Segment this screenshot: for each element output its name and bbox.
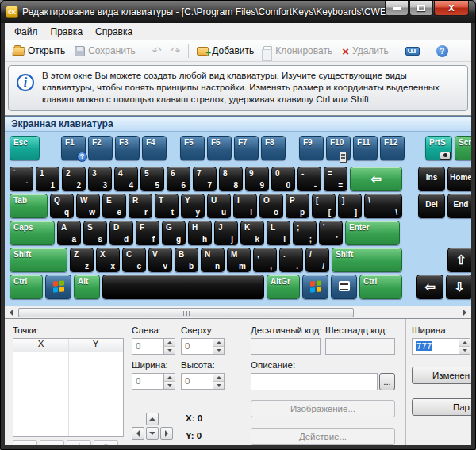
menu-edit[interactable]: Правка [44, 25, 90, 39]
key-backslash[interactable]: \\ [364, 194, 402, 218]
key-quote[interactable]: '' [319, 221, 343, 245]
key-f6[interactable]: F6 [207, 136, 232, 160]
description-input[interactable] [251, 373, 378, 390]
key-win-right[interactable] [302, 275, 328, 299]
key-f12[interactable]: F12 [380, 136, 405, 160]
delete-button[interactable]: × Удалить [337, 43, 393, 60]
key-s[interactable]: Ss [83, 221, 107, 245]
redo-button[interactable]: ↷ [167, 43, 186, 59]
key-ctrl-right[interactable]: Ctrl [359, 275, 402, 299]
left-input[interactable]: 0 [132, 338, 175, 355]
key-x[interactable]: Xx [96, 248, 120, 272]
point-line-button[interactable]: — [40, 440, 64, 445]
scrollbar-thumb[interactable] [18, 308, 354, 317]
key-r[interactable]: Rr [129, 194, 152, 218]
key-o[interactable]: Oo [259, 194, 283, 218]
key-9[interactable]: 99 [245, 167, 269, 191]
key-f9[interactable]: F9 [299, 136, 324, 160]
key-bracket-left[interactable]: [[ [312, 194, 336, 218]
key-g[interactable]: Gg [162, 221, 186, 245]
keyboard-view-button[interactable] [401, 44, 424, 58]
points-table[interactable]: X Y [13, 338, 124, 437]
key-6[interactable]: 66 [167, 167, 190, 191]
left-spinner[interactable] [163, 339, 175, 354]
width-input[interactable]: 0 [132, 373, 175, 390]
key-caps[interactable]: Caps [10, 221, 55, 245]
action-button[interactable]: Действие... [251, 428, 395, 445]
nudge-down-button[interactable] [146, 427, 159, 440]
key-arrow-down[interactable]: ⇩ [446, 275, 471, 299]
key-l[interactable]: Ll [267, 221, 290, 245]
undo-button[interactable]: ↶ [148, 43, 167, 59]
key-f1[interactable]: F1? [61, 136, 86, 160]
key-t[interactable]: Tt [155, 194, 178, 218]
key-alt[interactable]: Alt [74, 275, 100, 299]
key-1[interactable]: 11 [36, 167, 60, 191]
nudge-up-button[interactable] [146, 413, 159, 425]
key-f10[interactable]: F10 [326, 136, 351, 160]
key-backspace[interactable]: ⇦ [350, 167, 402, 191]
key-f4[interactable]: F4 [142, 136, 167, 160]
key-delete[interactable]: Del [418, 194, 445, 218]
keyboard-width-input[interactable]: 777 [412, 338, 470, 355]
width-spinner[interactable] [163, 374, 175, 389]
key-w[interactable]: Ww [76, 194, 100, 218]
point-curve-button[interactable]: / [67, 440, 91, 445]
key-a[interactable]: Aa [57, 221, 81, 245]
key-q[interactable]: Qq [50, 194, 74, 218]
key-f8[interactable]: F8 [261, 136, 286, 160]
key-tab[interactable]: Tab [10, 194, 48, 218]
keyboard-width-spinner[interactable] [459, 339, 470, 354]
key-h[interactable]: Hh [188, 221, 212, 245]
maximize-button[interactable] [409, 1, 433, 16]
key-y[interactable]: Yy [181, 194, 205, 218]
key-f5[interactable]: F5 [180, 136, 205, 160]
key-enter[interactable]: Enter [345, 221, 400, 245]
key-arrow-up[interactable]: ⇧ [447, 248, 471, 272]
save-button[interactable]: Сохранить [70, 43, 140, 59]
key-backquote[interactable]: `` [10, 167, 33, 191]
key-arrow-left[interactable]: ⇦ [416, 275, 443, 299]
key-bracket-right[interactable]: ]] [338, 194, 362, 218]
key-win-left[interactable] [45, 275, 71, 299]
menu-file[interactable]: Файл [8, 25, 44, 39]
key-j[interactable]: Jj [214, 221, 238, 245]
key-k[interactable]: Kk [240, 221, 264, 245]
key-m[interactable]: Mm [227, 248, 251, 272]
key-shift-left[interactable]: Shift [10, 248, 67, 272]
close-button[interactable]: X [434, 1, 469, 16]
key-equals[interactable]: == [324, 167, 347, 191]
horizontal-scrollbar[interactable] [5, 306, 471, 318]
clone-button[interactable]: Клонировать [259, 43, 337, 59]
key-space[interactable] [102, 275, 264, 299]
key-altgr[interactable]: AltGr [267, 275, 300, 299]
key-context-menu[interactable] [331, 275, 357, 299]
key-f[interactable]: Ff [136, 221, 159, 245]
key-0[interactable]: 00 [271, 167, 295, 191]
height-input[interactable]: 0 [181, 373, 225, 390]
key-2[interactable]: 22 [62, 167, 86, 191]
scroll-right-button[interactable] [459, 307, 471, 318]
open-button[interactable]: Открыть [8, 43, 70, 59]
key-n[interactable]: Nn [201, 248, 225, 272]
key-c[interactable]: Cc [122, 248, 146, 272]
key-z[interactable]: Zz [70, 248, 94, 272]
height-spinner[interactable] [213, 374, 224, 389]
title-bar[interactable]: CK Редактирование вида клавиатуры - [C:\… [1, 1, 475, 23]
key-8[interactable]: 88 [219, 167, 243, 191]
change-button[interactable]: Изменен [412, 367, 471, 384]
key-3[interactable]: 33 [88, 167, 112, 191]
key-4[interactable]: 44 [114, 167, 138, 191]
key-semicolon[interactable]: ;; [293, 221, 317, 245]
top-spinner[interactable] [213, 339, 224, 354]
key-f3[interactable]: F3 [115, 136, 140, 160]
minimize-button[interactable] [385, 1, 409, 16]
key-f11[interactable]: F11 [353, 136, 378, 160]
key-d[interactable]: Dd [109, 221, 133, 245]
key-e[interactable]: Ee [102, 194, 126, 218]
key-5[interactable]: 55 [140, 167, 164, 191]
key-end[interactable]: End [447, 194, 471, 218]
nudge-right-button[interactable] [160, 427, 173, 440]
hex-code-input[interactable] [325, 338, 395, 355]
key-i[interactable]: Ii [233, 194, 257, 218]
